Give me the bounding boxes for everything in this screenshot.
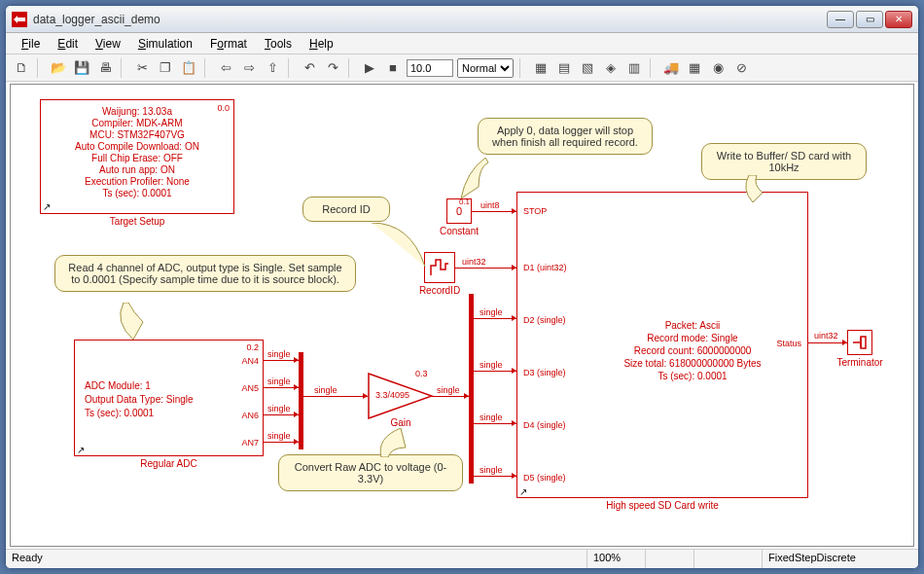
menu-tools[interactable]: Tools [257,35,300,53]
statusbar: Ready 100% FixedStepDiscrete [6,549,918,568]
tool2-icon[interactable]: ▤ [554,58,574,78]
block-num: 0.0 [217,102,230,114]
callout-sd: Write to Buffer/ SD card with 10kHz [701,143,867,180]
menubar: File Edit View Simulation Format Tools H… [6,33,918,54]
callout-adc: Read 4 channel of ADC, output type is Si… [54,255,356,292]
tool1-icon[interactable]: ▦ [531,58,551,78]
callout-gain: Convert Raw ADC to voltage (0-3.3V) [278,454,463,491]
tool3-icon[interactable]: ▧ [578,58,597,78]
simmode-select[interactable]: Normal [457,58,514,78]
new-icon[interactable]: 🗋 [12,58,31,78]
block-target-setup[interactable]: 0.0 Waijung: 13.03a Compiler: MDK-ARM MC… [40,99,234,214]
paste-icon[interactable]: 📋 [179,58,198,78]
up-icon[interactable]: ⇧ [263,58,282,78]
status-zoom: 100% [587,550,646,568]
tool7-icon[interactable]: ▦ [685,58,704,78]
demux [469,294,474,484]
back-icon[interactable]: ⇦ [216,58,235,78]
block-terminator[interactable] [847,330,872,355]
menu-format[interactable]: Format [202,35,255,53]
stoptime-input[interactable] [407,59,453,77]
callout-const: Apply 0, data logger will stop when fini… [478,118,653,155]
menu-help[interactable]: Help [302,35,341,53]
maximize-button[interactable]: ▭ [856,11,883,28]
menu-file[interactable]: File [14,35,48,53]
close-button[interactable]: ✕ [885,11,912,28]
block-label-target: Target Setup [40,216,234,227]
print-icon[interactable]: 🖶 [95,58,115,78]
cut-icon[interactable]: ✂ [132,58,152,78]
mux1 [299,352,303,449]
block-label-gain: Gain [368,417,434,428]
undo-icon[interactable]: ↶ [300,58,319,78]
app-window: data_logger_ascii_demo — ▭ ✕ File Edit V… [5,5,919,569]
block-label-constant: Constant [431,226,487,236]
status-solver: FixedStepDiscrete [763,550,918,568]
tool8-icon[interactable]: ◉ [708,58,728,78]
toolbar: 🗋 📂 💾 🖶 ✂ ❐ 📋 ⇦ ⇨ ⇧ ↶ ↷ ▶ ■ Normal ▦ ▤ ▧… [6,54,918,82]
tool5-icon[interactable]: ▥ [624,58,644,78]
callout-recordid: Record ID [302,197,390,222]
titlebar: data_logger_ascii_demo — ▭ ✕ [6,6,918,33]
play-icon[interactable]: ▶ [360,58,379,78]
tool6-icon[interactable]: 🚚 [661,58,681,78]
model-canvas[interactable]: 0.0 Waijung: 13.03a Compiler: MDK-ARM MC… [10,84,914,547]
status-ready: Ready [6,550,587,568]
stop-icon[interactable]: ■ [383,58,403,78]
block-label-term: Terminator [828,357,892,368]
svg-rect-2 [861,337,866,348]
app-icon [12,12,27,27]
redo-icon[interactable]: ↷ [323,58,342,78]
menu-edit[interactable]: Edit [50,35,86,53]
tool9-icon[interactable]: ⊘ [731,58,751,78]
block-label-recordid: RecordID [409,285,470,296]
tool4-icon[interactable]: ◈ [601,58,621,78]
menu-simulation[interactable]: Simulation [130,35,200,53]
block-constant[interactable]: 0 0.1 [446,198,472,224]
forward-icon[interactable]: ⇨ [239,58,259,78]
block-regular-adc[interactable]: 0.2 ADC Module: 1 Output Data Type: Sing… [74,340,264,456]
minimize-button[interactable]: — [827,11,854,28]
menu-view[interactable]: View [88,35,128,53]
copy-icon[interactable]: ❐ [156,58,175,78]
window-title: data_logger_ascii_demo [33,13,827,26]
block-sd-write[interactable]: STOP D1 (uint32) D2 (single) D3 (single)… [516,192,808,498]
open-icon[interactable]: 📂 [49,58,68,78]
block-label-sd: High speed SD Card write [516,500,808,511]
block-label-adc: Regular ADC [74,458,264,469]
save-icon[interactable]: 💾 [72,58,91,78]
